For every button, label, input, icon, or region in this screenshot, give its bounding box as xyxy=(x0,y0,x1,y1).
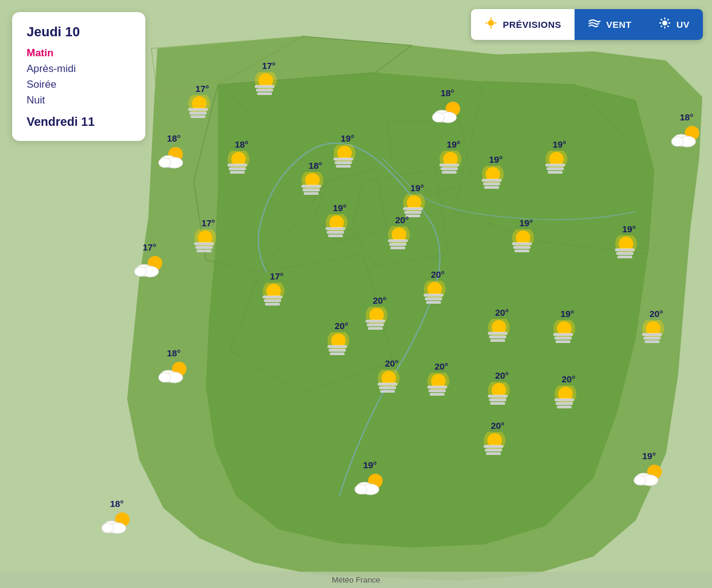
svg-point-98 xyxy=(366,307,387,326)
weather-point: 20° xyxy=(484,307,519,342)
svg-point-103 xyxy=(328,332,349,351)
weather-point: 19° xyxy=(550,309,585,343)
weather-point: 19° xyxy=(631,451,667,488)
svg-rect-101 xyxy=(368,327,383,330)
svg-line-175 xyxy=(668,19,669,21)
vent-icon xyxy=(588,16,601,33)
tab-vent[interactable]: VENT xyxy=(575,9,645,40)
svg-rect-110 xyxy=(489,336,506,338)
svg-rect-5 xyxy=(257,93,272,95)
header-tabs: PRÉVISIONS VENT UV xyxy=(471,9,703,40)
svg-point-168 xyxy=(662,21,667,25)
svg-rect-17 xyxy=(228,164,247,166)
svg-point-2 xyxy=(255,72,277,91)
tab-vent-label: VENT xyxy=(606,19,631,30)
svg-rect-99 xyxy=(366,320,385,322)
svg-rect-10 xyxy=(191,116,205,118)
svg-point-108 xyxy=(488,319,510,338)
svg-point-66 xyxy=(134,267,147,276)
sidebar: Jeudi 10 Matin Après-midi Soirée Nuit Ve… xyxy=(12,12,145,141)
svg-rect-120 xyxy=(644,337,661,339)
svg-rect-79 xyxy=(512,243,532,245)
svg-rect-71 xyxy=(328,235,343,237)
svg-point-14 xyxy=(159,158,171,168)
weather-point: 18° xyxy=(99,498,134,535)
svg-rect-91 xyxy=(265,303,280,305)
footer: Météo France xyxy=(0,572,712,588)
svg-rect-94 xyxy=(424,294,443,296)
weather-point: 19° xyxy=(509,218,544,252)
weather-point: 19° xyxy=(478,154,513,189)
svg-point-162 xyxy=(102,523,114,533)
weather-point: 20° xyxy=(384,215,420,249)
svg-rect-100 xyxy=(367,324,384,326)
tab-previsions-label: PRÉVISIONS xyxy=(503,19,561,30)
svg-rect-41 xyxy=(482,179,501,181)
svg-rect-22 xyxy=(334,158,353,160)
svg-point-16 xyxy=(228,151,249,170)
svg-rect-130 xyxy=(380,390,395,393)
svg-rect-36 xyxy=(440,164,459,166)
time-slot-soiree[interactable]: Soirée xyxy=(27,79,131,91)
svg-rect-84 xyxy=(615,249,635,251)
svg-rect-133 xyxy=(427,386,447,388)
svg-rect-96 xyxy=(426,301,441,304)
weather-point: 17° xyxy=(259,271,294,305)
svg-rect-24 xyxy=(336,165,351,168)
svg-rect-69 xyxy=(326,227,345,230)
tab-uv-label: UV xyxy=(676,19,690,30)
svg-rect-56 xyxy=(404,211,421,214)
svg-rect-149 xyxy=(485,449,502,451)
svg-rect-139 xyxy=(489,399,506,401)
svg-point-78 xyxy=(512,229,534,249)
time-slot-nuit[interactable]: Nuit xyxy=(27,94,131,106)
weather-point: 18° xyxy=(156,348,191,385)
svg-point-118 xyxy=(642,320,664,339)
svg-point-33 xyxy=(432,113,444,122)
svg-rect-60 xyxy=(194,243,214,245)
svg-point-26 xyxy=(302,172,323,191)
weather-point: 19° xyxy=(611,224,647,258)
svg-point-137 xyxy=(488,382,510,401)
svg-rect-8 xyxy=(188,108,208,111)
svg-rect-81 xyxy=(515,250,529,252)
svg-point-132 xyxy=(427,373,449,392)
svg-rect-18 xyxy=(229,168,246,170)
weather-point: 18° xyxy=(298,160,333,195)
svg-rect-105 xyxy=(329,349,346,351)
weather-point: 19° xyxy=(436,139,471,174)
svg-rect-75 xyxy=(389,243,406,246)
tab-uv[interactable]: UV xyxy=(645,9,703,40)
svg-rect-129 xyxy=(379,387,396,389)
svg-point-21 xyxy=(334,145,355,164)
svg-rect-46 xyxy=(546,164,565,166)
svg-rect-3 xyxy=(255,85,274,88)
previsions-icon xyxy=(484,16,498,33)
time-slot-apres-midi[interactable]: Après-midi xyxy=(27,63,131,75)
time-slot-matin[interactable]: Matin xyxy=(27,47,131,59)
tab-previsions[interactable]: PRÉVISIONS xyxy=(471,9,575,40)
svg-rect-95 xyxy=(425,298,442,300)
uv-icon xyxy=(658,16,671,33)
svg-rect-106 xyxy=(330,353,344,355)
map-container: 17° 17° 18° 18° 19° 18° 18 xyxy=(0,0,712,588)
svg-point-154 xyxy=(355,485,367,494)
svg-rect-150 xyxy=(486,452,501,455)
svg-point-125 xyxy=(159,373,171,382)
svg-point-93 xyxy=(424,281,446,300)
svg-point-158 xyxy=(634,475,646,485)
svg-rect-62 xyxy=(197,250,211,252)
svg-point-7 xyxy=(188,95,210,114)
svg-rect-119 xyxy=(642,333,662,336)
weather-point: 17° xyxy=(185,83,220,118)
weather-point: 17° xyxy=(132,242,167,279)
svg-point-52 xyxy=(671,137,684,146)
svg-rect-61 xyxy=(196,246,213,249)
weather-point: 17° xyxy=(191,218,226,252)
svg-point-147 xyxy=(484,432,506,451)
svg-point-68 xyxy=(326,214,348,234)
day2-title[interactable]: Vendredi 11 xyxy=(27,115,131,129)
weather-point: 18° xyxy=(669,112,704,149)
svg-rect-104 xyxy=(328,345,347,348)
svg-rect-148 xyxy=(484,445,503,448)
